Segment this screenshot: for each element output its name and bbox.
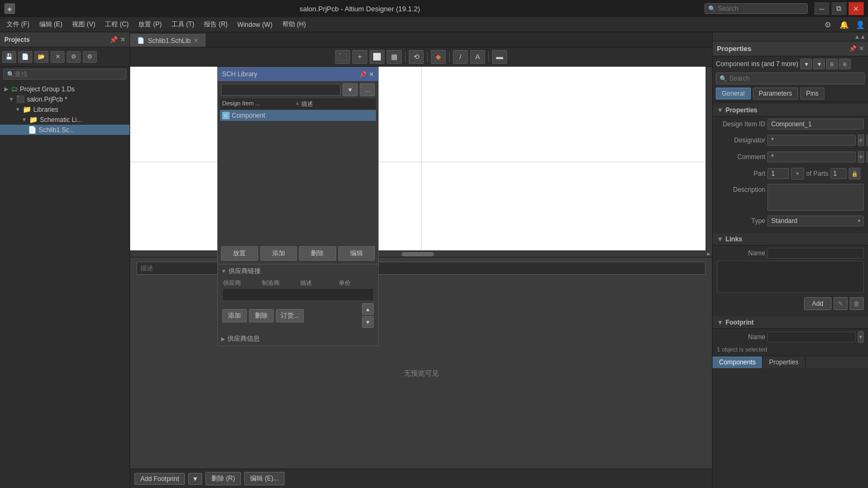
minimize-button[interactable]: ─ [814, 2, 829, 15]
sch-lib-dropdown-btn[interactable]: ▼ [343, 83, 358, 96]
configure-button[interactable]: ⚙ [83, 51, 97, 63]
delete-component-button[interactable]: 删除 [299, 246, 336, 261]
settings-proj-button[interactable]: ⚙ [67, 51, 81, 63]
tab-close-icon[interactable]: ✕ [194, 37, 198, 44]
save-button[interactable]: 💾 [2, 51, 16, 63]
sch-lib-header[interactable]: SCH Library 📌 ✕ [218, 67, 378, 81]
sch-lib-search-input[interactable] [221, 84, 340, 96]
designator-eye-icon[interactable]: 👁 [858, 134, 864, 146]
add-tool-button[interactable]: + [352, 50, 367, 64]
tab-general[interactable]: General [716, 88, 751, 99]
project-search-input[interactable] [15, 70, 123, 78]
sc-up-button[interactable]: ▲ [362, 303, 374, 315]
part-lock-icon[interactable]: 🔒 [849, 168, 860, 180]
sc-order-button[interactable]: 订货... [276, 309, 304, 322]
prop-paste-button[interactable]: ⎗ [839, 59, 851, 69]
settings-icon[interactable]: ⚙ [822, 19, 834, 31]
pin-icon[interactable]: 📌 [110, 36, 118, 44]
menu-place[interactable]: 放置 (P) [134, 18, 166, 31]
fp-dropdown-icon[interactable]: ▼ [858, 331, 864, 343]
link-edit-icon[interactable]: ✎ [834, 297, 848, 310]
filter-tool-button[interactable]: ⬛ [335, 50, 350, 64]
new-doc-button[interactable]: 📄 [18, 51, 32, 63]
menu-tools[interactable]: 工具 (T) [167, 18, 199, 31]
sc-delete-button[interactable]: 删除 [249, 309, 274, 322]
tree-item-project-group[interactable]: ▶ 🗂 Project Group 1.Ds [0, 84, 130, 94]
comment-eye-icon[interactable]: 👁 [858, 151, 864, 163]
links-section-header[interactable]: ▼ Links [713, 233, 868, 246]
tree-item-libraries[interactable]: ▼ 📁 Libraries [0, 104, 130, 114]
notifications-icon[interactable]: 🔔 [838, 19, 850, 31]
add-footprint-arrow[interactable]: ▼ [188, 473, 202, 485]
supply-chain-header[interactable]: ▼ 供应商链接 [221, 267, 375, 276]
open-folder-button[interactable]: 📂 [34, 51, 48, 63]
edit-button[interactable]: 编辑 (E)... [244, 472, 284, 485]
add-component-button[interactable]: 添加 [260, 246, 297, 261]
filter-funnel-button[interactable]: ▼ [800, 59, 812, 69]
filter-dropdown-button[interactable]: ▼ [813, 59, 825, 69]
footprint-section-header[interactable]: ▼ Footprint [713, 317, 868, 329]
close-panel-icon[interactable]: ✕ [120, 36, 125, 44]
nav-tab-properties[interactable]: Properties [763, 356, 806, 368]
menu-window[interactable]: Window (W) [233, 19, 276, 30]
link-add-button[interactable]: Add [804, 297, 831, 310]
horizontal-scrollbar-thumb[interactable] [402, 252, 434, 256]
horizontal-scrollbar[interactable] [130, 250, 706, 257]
comment-input[interactable] [767, 152, 856, 162]
schlib1-tab[interactable]: 📄 Schlib1.SchLib ✕ [130, 34, 205, 47]
tab-pins[interactable]: Pins [800, 88, 824, 99]
sch-lib-pin-icon[interactable]: 📌 [359, 71, 367, 78]
part-dropdown-icon[interactable]: ▼ [791, 168, 804, 180]
tree-item-schematic-lib[interactable]: ▼ 📁 Schematic Li... [0, 114, 130, 125]
close-doc-button[interactable]: ✕ [51, 51, 65, 63]
select-rect-button[interactable]: ⬜ [369, 50, 385, 64]
add-footprint-button[interactable]: Add Footprint [134, 473, 185, 485]
description-textarea[interactable] [767, 184, 864, 211]
delete-button[interactable]: 删除 (R) [205, 472, 241, 485]
fp-name-input[interactable] [767, 332, 856, 342]
tree-item-schlib1[interactable]: 📄 Schlib1.Sc... [0, 125, 130, 135]
nav-tab-components[interactable]: Components [713, 356, 763, 368]
type-select[interactable]: Standard [767, 216, 864, 226]
prop-search-input[interactable] [729, 75, 861, 82]
sch-lib-more-btn[interactable]: … [360, 83, 375, 96]
close-panel-icon[interactable]: ✕ [859, 45, 864, 52]
menu-file[interactable]: 文件 (F) [2, 18, 34, 31]
component-tool-button[interactable]: ▬ [492, 50, 507, 64]
sc-add-button[interactable]: 添加 [222, 309, 247, 322]
col-desc[interactable]: 描述 [301, 100, 374, 108]
move-button[interactable]: ⟲ [409, 50, 424, 64]
prop-copy-button[interactable]: ⎘ [826, 59, 838, 69]
line-tool-button[interactable]: / [453, 50, 468, 64]
tab-parameters[interactable]: Parameters [753, 88, 798, 99]
pin-tool-button[interactable]: ◆ [431, 50, 446, 64]
properties-section-header[interactable]: ▼ Properties [713, 104, 868, 117]
design-item-id-input[interactable] [767, 119, 864, 130]
menu-project[interactable]: 工程 (C) [101, 18, 133, 31]
menu-reports[interactable]: 报告 (R) [200, 18, 232, 31]
collapse-up-icon[interactable]: ▲▲ [854, 33, 866, 40]
sch-lib-close-icon[interactable]: ✕ [369, 71, 374, 78]
title-search-input[interactable] [718, 5, 804, 12]
sc-down-button[interactable]: ▼ [362, 316, 374, 328]
of-parts-input[interactable] [830, 168, 846, 179]
properties-search[interactable]: 🔍 [716, 73, 865, 84]
menu-view[interactable]: 视图 (V) [68, 18, 99, 31]
select2-button[interactable]: ▦ [387, 50, 402, 64]
part-input[interactable] [767, 168, 789, 179]
col-design-item[interactable]: Design Item ... [222, 100, 295, 108]
menu-help[interactable]: 帮助 (H) [278, 18, 310, 31]
project-search[interactable]: 🔍 [3, 69, 126, 80]
vertical-scrollbar[interactable] [706, 67, 712, 257]
link-delete-icon[interactable]: 🗑 [850, 297, 864, 310]
menu-edit[interactable]: 编辑 (E) [35, 18, 67, 31]
restore-button[interactable]: ⧉ [831, 2, 846, 15]
edit-component-button[interactable]: 编辑 [338, 246, 375, 261]
supply-info-header[interactable]: ▶ 供应商信息 [221, 334, 375, 343]
tree-item-salon[interactable]: ▼ ⬛ salon.PrjPcb * [0, 94, 130, 104]
title-search[interactable]: 🔍 [705, 3, 808, 14]
designator-input[interactable] [767, 135, 856, 146]
place-button[interactable]: 放置 [221, 246, 258, 261]
account-icon[interactable]: 👤 [854, 19, 866, 31]
link-name-input[interactable] [767, 248, 864, 259]
